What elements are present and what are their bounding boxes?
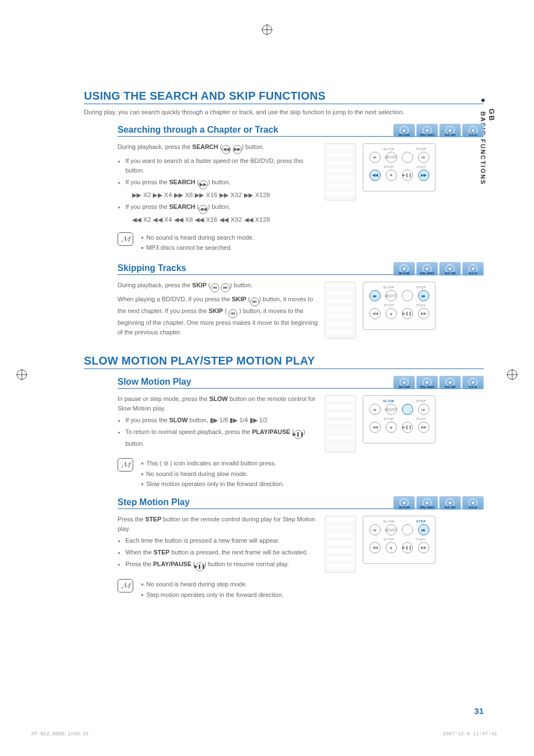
stop-icon: ■: [386, 308, 397, 319]
disc-icon: BD-ROM: [394, 262, 415, 276]
slow-text: In pause or step mode, press the SLOW bu…: [118, 392, 319, 451]
rewind-icon: ◀◀: [369, 308, 381, 319]
skip-forward-icon: ⏭: [418, 290, 429, 301]
skip-forward-icon: ⏭: [418, 524, 429, 535]
note-list: No sound is heard during search mode. MP…: [141, 232, 254, 253]
note-icon: 𝓜: [118, 232, 133, 246]
disc-icon: DVD-VIDEO: [416, 496, 438, 510]
slow-button: [402, 404, 413, 415]
most-button: MO/ST: [386, 404, 397, 415]
disc-icons-row: BD-ROM DVD-VIDEO DVD-RW DVD-R: [394, 124, 484, 137]
registration-mark-left: [17, 370, 27, 380]
language-code: GB: [488, 95, 496, 135]
disc-icons-row: BD-ROM DVD-VIDEO DVD-RW DVD-R: [394, 262, 484, 276]
play-pause-icon: ▶❚❚: [402, 542, 413, 553]
disc-icon: DVD-RW: [439, 262, 461, 276]
fast-forward-icon: ▶▶: [418, 308, 429, 319]
skip-back-icon: ⏮: [369, 290, 381, 301]
footer-date: 2007-12-6 11:47:42: [443, 731, 497, 737]
skip-back-icon: ⏮: [369, 524, 381, 535]
play-pause-icon: ▶❚❚: [402, 170, 413, 181]
disc-icon: BD-ROM: [394, 376, 415, 389]
remote-illustration: [325, 282, 356, 339]
disc-icon: BD-ROM: [394, 124, 415, 137]
stop-icon: ■: [386, 542, 397, 553]
disc-icon: DVD-RW: [439, 124, 461, 137]
footer-file: HT-BD2_NOGB.indd 31: [31, 731, 89, 737]
play-pause-icon: ▶❚❚: [294, 430, 303, 439]
most-button: MO/ST: [386, 290, 397, 301]
skip-back-icon: ⏮: [228, 309, 237, 318]
disc-icons-row: BD-ROM DVD-VIDEO DVD-RW DVD-R: [394, 376, 484, 389]
fast-forward-speeds: ▶▶ X2 ▶▶ X4 ▶▶ X8 ▶▶ X16 ▶▶ X32 ▶▶ X128: [132, 190, 319, 200]
control-panel-illustration: SLOWSTEP ⏮ MO/ST ⏭ STOPPLAY ◀◀ ■ ▶❚❚ ▶▶: [363, 395, 435, 444]
stop-icon: ■: [386, 170, 397, 181]
most-button: MO/ST: [386, 524, 397, 535]
step-text: Press the STEP button on the remote cont…: [118, 512, 319, 573]
rewind-icon: ◀◀: [369, 170, 381, 181]
play-pause-icon: ▶❚❚: [195, 562, 204, 571]
rewind-icon: ◀◀: [369, 542, 381, 553]
skip-forward-icon: ⏭: [250, 297, 259, 306]
most-button: MO/ST: [386, 152, 397, 163]
slow-button: [402, 152, 413, 163]
note-icon: 𝓜: [118, 579, 133, 592]
registration-mark-top: [262, 25, 272, 35]
fast-forward-icon: ▶▶: [418, 170, 429, 181]
rewind-icon: ◀◀: [369, 422, 381, 433]
heading-slow-step: SLOW MOTION PLAY/STEP MOTION PLAY: [84, 354, 484, 369]
registration-mark-right: [507, 370, 517, 380]
intro-search-skip: During play, you can search quickly thro…: [84, 108, 484, 117]
rewind-icon: ◀◀: [199, 205, 208, 214]
slow-button: [402, 290, 413, 301]
skip-forward-icon: ⏭: [418, 404, 429, 415]
disc-icon: DVD-RW: [439, 496, 461, 510]
fast-forward-icon: ▶▶: [418, 542, 429, 553]
disc-icon: DVD-RW: [439, 376, 461, 389]
search-text: During playback, press the SEARCH (◀◀ ▶▶…: [118, 140, 319, 227]
skip-forward-icon: ⏭: [418, 152, 429, 163]
remote-illustration: [325, 516, 356, 573]
heading-search-skip: USING THE SEARCH AND SKIP FUNCTIONS: [84, 90, 484, 104]
rewind-speeds: ◀◀ X2 ◀◀ X4 ◀◀ X8 ◀◀ X16 ◀◀ X32 ◀◀ X128: [132, 215, 319, 225]
disc-icons-row: BD-ROM DVD-VIDEO DVD-RW DVD-R: [394, 496, 484, 510]
fast-forward-icon: ▶▶: [199, 180, 208, 189]
disc-icon: DVD-R: [462, 496, 484, 510]
remote-illustration: [325, 395, 356, 452]
disc-icon: BD-ROM: [394, 496, 415, 510]
note-list: No sound is heard during step mode. Step…: [141, 579, 283, 600]
control-panel-illustration: SLOWSTEP ⏮ MO/ST ⏭ STOPPLAY ◀◀ ■ ▶❚❚ ▶▶: [363, 516, 435, 564]
skip-back-icon: ⏮: [369, 404, 381, 415]
rewind-icon: ◀◀: [222, 145, 231, 154]
control-panel-illustration: SLOWSTEP ⏮ MO/ST ⏭ STOPPLAY ◀◀ ■ ▶❚❚ ▶▶: [363, 282, 435, 330]
skip-back-icon: ⏮: [369, 152, 381, 163]
note-icon: 𝓜: [118, 458, 133, 472]
note-list: This ( ⊘ ) icon indicates an invalid but…: [141, 458, 284, 489]
skip-forward-icon: ⏭: [221, 283, 230, 292]
disc-icon: DVD-VIDEO: [416, 376, 438, 389]
bullet-icon: ●: [479, 95, 488, 105]
page-number: 31: [474, 706, 484, 716]
disc-icon: DVD-VIDEO: [416, 262, 438, 276]
disc-icon: DVD-VIDEO: [416, 124, 438, 137]
play-pause-icon: ▶❚❚: [402, 422, 413, 433]
remote-illustration: [325, 143, 356, 200]
slow-button: [402, 524, 413, 535]
stop-icon: ■: [386, 422, 397, 433]
skip-text: During playback, press the SKIP (⏮ ⏭) bu…: [118, 278, 319, 338]
skip-back-icon: ⏮: [210, 283, 219, 292]
disc-icon: DVD-R: [462, 376, 484, 389]
side-tab: GB ● BASIC FUNCTIONS: [485, 95, 496, 185]
disc-icon: DVD-R: [462, 262, 484, 276]
fast-forward-icon: ▶▶: [418, 422, 429, 433]
disc-icon: DVD-R: [462, 124, 484, 137]
control-panel-illustration: SLOWSTEP ⏮ MO/ST ⏭ STOPPLAY ◀◀ ■ ▶❚❚ ▶▶: [363, 143, 435, 192]
fast-forward-icon: ▶▶: [233, 145, 242, 154]
play-pause-icon: ▶❚❚: [402, 308, 413, 319]
